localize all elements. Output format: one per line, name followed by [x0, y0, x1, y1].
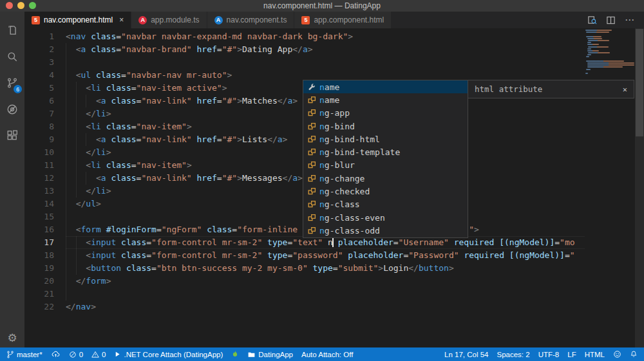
minimap-line: [587, 48, 591, 50]
line-number: 21: [24, 288, 54, 301]
minimap-line: [587, 50, 599, 51]
status-label: 0: [102, 351, 106, 358]
indent-guide: [76, 95, 77, 107]
suggestion-ng-bind-html[interactable]: ng-bind-html: [303, 133, 468, 145]
indent-guide: [66, 146, 66, 159]
suggestion-ng-bind-template[interactable]: ng-bind-template: [303, 145, 468, 158]
status-utf-8[interactable]: UTF-8: [538, 351, 560, 358]
status-cloud-upload[interactable]: [51, 350, 61, 358]
line-number: 6: [24, 95, 54, 107]
scm-badge: 6: [14, 85, 22, 93]
status-ln-17-col-54[interactable]: Ln 17, Col 54: [444, 351, 488, 358]
activitybar-source-control[interactable]: 6: [0, 71, 24, 97]
status-0[interactable]: 0: [91, 351, 106, 358]
minimap-line: [587, 64, 634, 66]
status-label: 0: [79, 351, 83, 358]
suggestion-ng-class-even[interactable]: ng-class-even: [303, 211, 468, 224]
play-icon: [114, 351, 121, 358]
status-master[interactable]: master*: [6, 351, 43, 358]
suggestion-ng-class-odd[interactable]: ng-class-odd: [303, 224, 468, 237]
more-actions-icon[interactable]: ⋯: [625, 17, 635, 23]
indent-guide: [66, 69, 66, 82]
code-line-22[interactable]: </nav>: [66, 301, 585, 313]
close-window-button[interactable]: [6, 2, 13, 9]
status-0[interactable]: 0: [69, 351, 83, 358]
suggestion-name[interactable]: name: [303, 93, 468, 106]
status-label: Ln 17, Col 54: [444, 351, 488, 358]
code-line-17[interactable]: <input class="form-control mr-sm-2" type…: [66, 236, 585, 249]
status-spaces-2[interactable]: Spaces: 2: [497, 351, 530, 358]
minimap-line: [585, 30, 612, 31]
line-number: 10: [24, 146, 54, 159]
suggestion-label: ng-checked: [319, 187, 370, 196]
activitybar-search[interactable]: [0, 44, 24, 71]
code-line-20[interactable]: </form>: [66, 275, 585, 288]
explorer-icon: [6, 24, 18, 39]
indent-guide: [76, 236, 77, 249]
line-number-gutter: 12345678910111213141516171819202122: [24, 30, 54, 313]
status-lf[interactable]: LF: [567, 351, 576, 358]
code-line-21[interactable]: [66, 288, 585, 301]
status-label: HTML: [585, 351, 605, 358]
scrollbar-thumb[interactable]: [636, 29, 643, 136]
status-bell[interactable]: [630, 350, 638, 358]
minimap-line: [587, 44, 599, 45]
indent-guide: [66, 288, 66, 301]
minimap-line: [588, 52, 610, 53]
suggestion-name[interactable]: name: [303, 80, 468, 93]
suggestion-ng-change[interactable]: ng-change: [303, 172, 468, 185]
suggestion-ng-checked[interactable]: ng-checked: [303, 185, 468, 198]
line-number: 18: [24, 249, 54, 262]
vertical-scrollbar[interactable]: [635, 28, 644, 347]
suggestion-ng-bind[interactable]: ng-bind: [303, 120, 468, 133]
line-number: 22: [24, 301, 54, 313]
suggestion-ng-blur[interactable]: ng-blur: [303, 159, 468, 172]
activitybar-explorer[interactable]: [0, 18, 24, 44]
activitybar-extensions[interactable]: [0, 124, 24, 150]
code-line-1[interactable]: <nav class="navbar navbar-expand-md navb…: [66, 30, 585, 43]
status-bar: master*00.NET Core Attach (DatingApp)Dat…: [0, 347, 644, 361]
suggestion-docs-text: html attribute: [475, 84, 542, 94]
traffic-lights: [6, 2, 36, 9]
suggestion-label: ng-bind-html: [319, 134, 380, 144]
vscode-window: nav.component.html — DatingApp 6⚙ 5nav.c…: [0, 0, 644, 361]
status-smiley[interactable]: [613, 350, 621, 358]
status-datingapp[interactable]: DatingApp: [247, 351, 293, 358]
indent-guide: [66, 159, 66, 172]
suggestion-ng-app[interactable]: ng-app: [303, 107, 468, 120]
split-editor-icon[interactable]: [606, 15, 616, 25]
code-line-18[interactable]: <input class="form-control mr-sm-2" type…: [66, 249, 585, 262]
indent-guide: [76, 133, 77, 146]
line-number: 19: [24, 262, 54, 275]
indent-guide: [66, 120, 66, 133]
indent-guide: [76, 249, 77, 262]
minimap-line: [585, 73, 588, 74]
indent-guide: [66, 275, 66, 288]
tab-nav.component.ts[interactable]: Anav.component.ts: [207, 12, 295, 28]
status-flame[interactable]: [231, 350, 239, 358]
tab-app.module.ts[interactable]: Aapp.module.ts: [131, 12, 207, 28]
close-icon[interactable]: ✕: [623, 85, 627, 94]
status-html[interactable]: HTML: [585, 351, 605, 358]
status-auto-attach-off[interactable]: Auto Attach: Off: [301, 351, 353, 358]
close-tab-icon[interactable]: ×: [119, 15, 124, 24]
minimap-line: [588, 40, 609, 41]
suggestion-ng-class[interactable]: ng-class: [303, 198, 468, 211]
suggestion-docs-panel: html attribute ✕: [468, 80, 634, 98]
ref-icon: [307, 174, 316, 183]
activitybar-debug[interactable]: [0, 97, 24, 124]
indent-guide: [66, 210, 66, 223]
minimize-window-button[interactable]: [17, 2, 24, 9]
code-line-19[interactable]: <button class="btn btn-success my-2 my-s…: [66, 262, 585, 275]
minimap[interactable]: [585, 30, 634, 75]
line-number: 15: [24, 210, 54, 223]
open-preview-icon[interactable]: [587, 15, 597, 25]
code-line-3[interactable]: [66, 56, 585, 69]
settings-gear-icon[interactable]: ⚙: [7, 333, 17, 344]
tab-nav.component.html[interactable]: 5nav.component.html×: [24, 12, 131, 28]
zoom-window-button[interactable]: [29, 2, 36, 9]
suggestion-label: ng-bind-template: [319, 147, 400, 157]
code-line-2[interactable]: <a class="navbar-brand" href="#">Dating …: [66, 43, 585, 56]
tab-app.component.html[interactable]: 5app.component.html: [294, 12, 392, 28]
status-net-core-attach-datingapp[interactable]: .NET Core Attach (DatingApp): [114, 351, 223, 358]
